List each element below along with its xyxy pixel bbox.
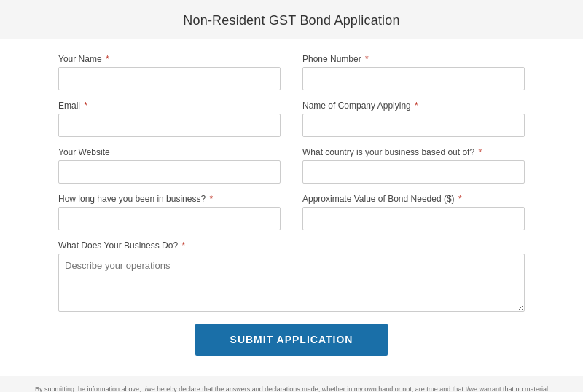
- email-input[interactable]: [58, 114, 281, 137]
- in-business-input[interactable]: [58, 207, 281, 230]
- phone-number-input[interactable]: [302, 67, 525, 90]
- website-label: Your Website: [58, 147, 281, 157]
- bond-value-label: Approximate Value of Bond Needed ($) *: [302, 194, 525, 204]
- company-name-label: Name of Company Applying *: [302, 101, 525, 111]
- your-name-input[interactable]: [58, 67, 281, 90]
- website-input[interactable]: [58, 160, 281, 184]
- submit-button[interactable]: SUBMIT APPLICATION: [195, 324, 388, 356]
- company-name-input[interactable]: [302, 114, 525, 137]
- phone-number-label: Phone Number *: [302, 54, 525, 64]
- disclaimer-text: By submitting the information above, I/w…: [29, 385, 554, 392]
- business-description-input[interactable]: [58, 254, 525, 312]
- in-business-label: How long have you been in business? *: [58, 194, 281, 204]
- country-label: What country is your business based out …: [302, 147, 525, 157]
- bond-value-input[interactable]: [302, 207, 525, 230]
- email-label: Email *: [58, 101, 281, 111]
- your-name-label: Your Name *: [58, 54, 281, 64]
- country-input[interactable]: [302, 160, 525, 184]
- page-title: Non-Resident GST Bond Application: [0, 13, 583, 28]
- business-description-label: What Does Your Business Do? *: [58, 240, 525, 251]
